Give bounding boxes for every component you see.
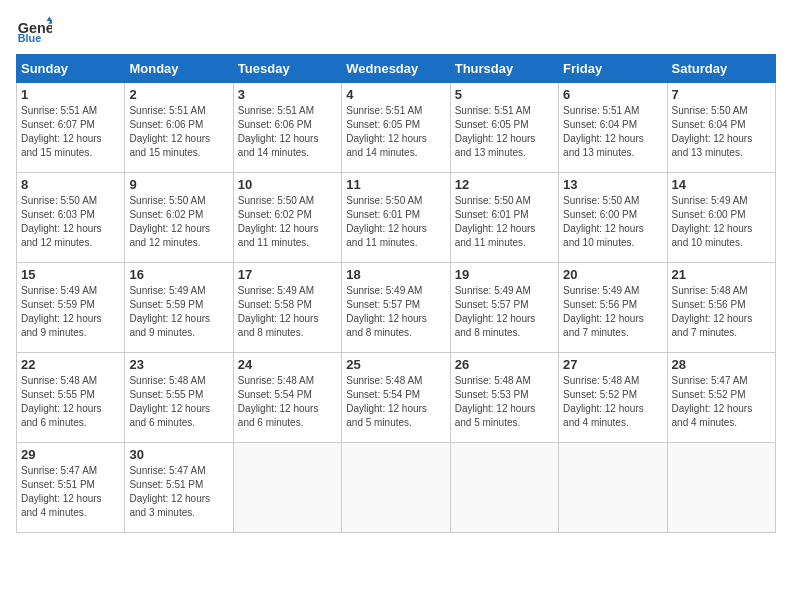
day-detail: Sunrise: 5:50 AMSunset: 6:04 PMDaylight:… <box>672 105 753 158</box>
day-detail: Sunrise: 5:47 AMSunset: 5:51 PMDaylight:… <box>21 465 102 518</box>
empty-cell <box>233 443 341 533</box>
day-detail: Sunrise: 5:50 AMSunset: 6:02 PMDaylight:… <box>129 195 210 248</box>
calendar-week-4: 22 Sunrise: 5:48 AMSunset: 5:55 PMDaylig… <box>17 353 776 443</box>
weekday-header-wednesday: Wednesday <box>342 55 450 83</box>
day-number: 9 <box>129 177 228 192</box>
day-detail: Sunrise: 5:47 AMSunset: 5:52 PMDaylight:… <box>672 375 753 428</box>
day-detail: Sunrise: 5:51 AMSunset: 6:05 PMDaylight:… <box>455 105 536 158</box>
weekday-header-sunday: Sunday <box>17 55 125 83</box>
day-detail: Sunrise: 5:49 AMSunset: 5:57 PMDaylight:… <box>455 285 536 338</box>
day-cell-8: 8 Sunrise: 5:50 AMSunset: 6:03 PMDayligh… <box>17 173 125 263</box>
calendar-table: SundayMondayTuesdayWednesdayThursdayFrid… <box>16 54 776 533</box>
day-detail: Sunrise: 5:51 AMSunset: 6:04 PMDaylight:… <box>563 105 644 158</box>
weekday-header-row: SundayMondayTuesdayWednesdayThursdayFrid… <box>17 55 776 83</box>
day-cell-26: 26 Sunrise: 5:48 AMSunset: 5:53 PMDaylig… <box>450 353 558 443</box>
page-header: General Blue <box>16 16 776 44</box>
calendar-week-5: 29 Sunrise: 5:47 AMSunset: 5:51 PMDaylig… <box>17 443 776 533</box>
day-detail: Sunrise: 5:48 AMSunset: 5:52 PMDaylight:… <box>563 375 644 428</box>
day-detail: Sunrise: 5:51 AMSunset: 6:06 PMDaylight:… <box>238 105 319 158</box>
weekday-header-saturday: Saturday <box>667 55 775 83</box>
day-detail: Sunrise: 5:48 AMSunset: 5:55 PMDaylight:… <box>21 375 102 428</box>
day-detail: Sunrise: 5:47 AMSunset: 5:51 PMDaylight:… <box>129 465 210 518</box>
day-detail: Sunrise: 5:48 AMSunset: 5:56 PMDaylight:… <box>672 285 753 338</box>
day-number: 16 <box>129 267 228 282</box>
day-number: 13 <box>563 177 662 192</box>
day-cell-3: 3 Sunrise: 5:51 AMSunset: 6:06 PMDayligh… <box>233 83 341 173</box>
day-cell-13: 13 Sunrise: 5:50 AMSunset: 6:00 PMDaylig… <box>559 173 667 263</box>
day-number: 1 <box>21 87 120 102</box>
day-number: 27 <box>563 357 662 372</box>
day-cell-30: 30 Sunrise: 5:47 AMSunset: 5:51 PMDaylig… <box>125 443 233 533</box>
day-number: 4 <box>346 87 445 102</box>
day-cell-1: 1 Sunrise: 5:51 AMSunset: 6:07 PMDayligh… <box>17 83 125 173</box>
day-number: 18 <box>346 267 445 282</box>
calendar-week-3: 15 Sunrise: 5:49 AMSunset: 5:59 PMDaylig… <box>17 263 776 353</box>
day-detail: Sunrise: 5:48 AMSunset: 5:54 PMDaylight:… <box>238 375 319 428</box>
day-number: 21 <box>672 267 771 282</box>
day-cell-15: 15 Sunrise: 5:49 AMSunset: 5:59 PMDaylig… <box>17 263 125 353</box>
empty-cell <box>342 443 450 533</box>
day-detail: Sunrise: 5:51 AMSunset: 6:06 PMDaylight:… <box>129 105 210 158</box>
logo-icon: General Blue <box>16 16 52 44</box>
day-cell-23: 23 Sunrise: 5:48 AMSunset: 5:55 PMDaylig… <box>125 353 233 443</box>
day-cell-22: 22 Sunrise: 5:48 AMSunset: 5:55 PMDaylig… <box>17 353 125 443</box>
day-number: 5 <box>455 87 554 102</box>
logo: General Blue <box>16 16 54 44</box>
day-cell-25: 25 Sunrise: 5:48 AMSunset: 5:54 PMDaylig… <box>342 353 450 443</box>
day-number: 19 <box>455 267 554 282</box>
day-number: 10 <box>238 177 337 192</box>
weekday-header-thursday: Thursday <box>450 55 558 83</box>
day-detail: Sunrise: 5:49 AMSunset: 5:56 PMDaylight:… <box>563 285 644 338</box>
day-number: 24 <box>238 357 337 372</box>
day-cell-28: 28 Sunrise: 5:47 AMSunset: 5:52 PMDaylig… <box>667 353 775 443</box>
day-cell-10: 10 Sunrise: 5:50 AMSunset: 6:02 PMDaylig… <box>233 173 341 263</box>
calendar-week-2: 8 Sunrise: 5:50 AMSunset: 6:03 PMDayligh… <box>17 173 776 263</box>
svg-text:Blue: Blue <box>18 32 41 44</box>
day-number: 8 <box>21 177 120 192</box>
day-detail: Sunrise: 5:48 AMSunset: 5:55 PMDaylight:… <box>129 375 210 428</box>
weekday-header-monday: Monday <box>125 55 233 83</box>
day-cell-27: 27 Sunrise: 5:48 AMSunset: 5:52 PMDaylig… <box>559 353 667 443</box>
day-cell-19: 19 Sunrise: 5:49 AMSunset: 5:57 PMDaylig… <box>450 263 558 353</box>
weekday-header-tuesday: Tuesday <box>233 55 341 83</box>
calendar-header: SundayMondayTuesdayWednesdayThursdayFrid… <box>17 55 776 83</box>
day-detail: Sunrise: 5:50 AMSunset: 6:00 PMDaylight:… <box>563 195 644 248</box>
day-cell-17: 17 Sunrise: 5:49 AMSunset: 5:58 PMDaylig… <box>233 263 341 353</box>
day-detail: Sunrise: 5:50 AMSunset: 6:02 PMDaylight:… <box>238 195 319 248</box>
empty-cell <box>667 443 775 533</box>
day-detail: Sunrise: 5:49 AMSunset: 5:57 PMDaylight:… <box>346 285 427 338</box>
day-detail: Sunrise: 5:49 AMSunset: 5:59 PMDaylight:… <box>21 285 102 338</box>
empty-cell <box>559 443 667 533</box>
day-detail: Sunrise: 5:49 AMSunset: 6:00 PMDaylight:… <box>672 195 753 248</box>
day-cell-5: 5 Sunrise: 5:51 AMSunset: 6:05 PMDayligh… <box>450 83 558 173</box>
day-detail: Sunrise: 5:50 AMSunset: 6:01 PMDaylight:… <box>346 195 427 248</box>
day-detail: Sunrise: 5:48 AMSunset: 5:53 PMDaylight:… <box>455 375 536 428</box>
calendar-week-1: 1 Sunrise: 5:51 AMSunset: 6:07 PMDayligh… <box>17 83 776 173</box>
day-cell-29: 29 Sunrise: 5:47 AMSunset: 5:51 PMDaylig… <box>17 443 125 533</box>
day-detail: Sunrise: 5:48 AMSunset: 5:54 PMDaylight:… <box>346 375 427 428</box>
day-number: 2 <box>129 87 228 102</box>
day-cell-2: 2 Sunrise: 5:51 AMSunset: 6:06 PMDayligh… <box>125 83 233 173</box>
day-number: 6 <box>563 87 662 102</box>
calendar-body: 1 Sunrise: 5:51 AMSunset: 6:07 PMDayligh… <box>17 83 776 533</box>
day-number: 7 <box>672 87 771 102</box>
day-number: 15 <box>21 267 120 282</box>
day-detail: Sunrise: 5:50 AMSunset: 6:03 PMDaylight:… <box>21 195 102 248</box>
day-cell-24: 24 Sunrise: 5:48 AMSunset: 5:54 PMDaylig… <box>233 353 341 443</box>
day-number: 25 <box>346 357 445 372</box>
day-number: 23 <box>129 357 228 372</box>
day-cell-12: 12 Sunrise: 5:50 AMSunset: 6:01 PMDaylig… <box>450 173 558 263</box>
day-number: 29 <box>21 447 120 462</box>
day-number: 28 <box>672 357 771 372</box>
empty-cell <box>450 443 558 533</box>
day-number: 12 <box>455 177 554 192</box>
day-detail: Sunrise: 5:51 AMSunset: 6:07 PMDaylight:… <box>21 105 102 158</box>
day-cell-20: 20 Sunrise: 5:49 AMSunset: 5:56 PMDaylig… <box>559 263 667 353</box>
day-cell-18: 18 Sunrise: 5:49 AMSunset: 5:57 PMDaylig… <box>342 263 450 353</box>
day-cell-14: 14 Sunrise: 5:49 AMSunset: 6:00 PMDaylig… <box>667 173 775 263</box>
day-number: 20 <box>563 267 662 282</box>
day-detail: Sunrise: 5:51 AMSunset: 6:05 PMDaylight:… <box>346 105 427 158</box>
day-number: 26 <box>455 357 554 372</box>
day-number: 22 <box>21 357 120 372</box>
weekday-header-friday: Friday <box>559 55 667 83</box>
